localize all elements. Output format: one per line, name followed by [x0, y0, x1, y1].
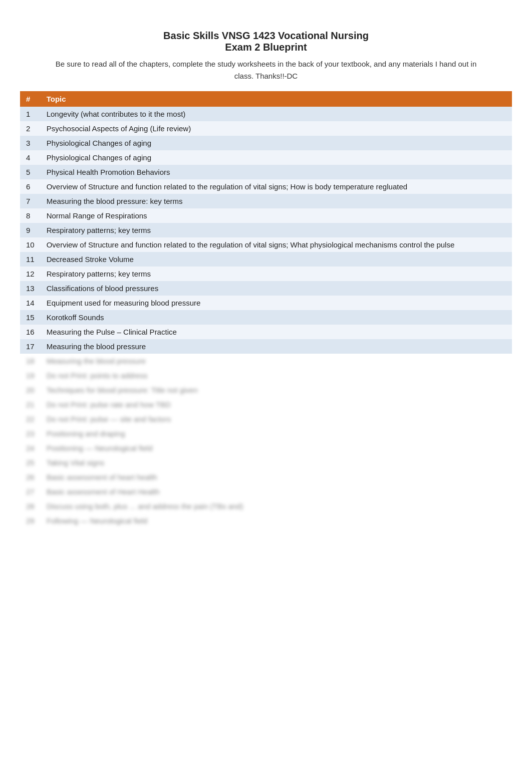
row-topic: Following — Neurological field — [41, 513, 512, 528]
table-header-row: # Topic — [20, 91, 512, 107]
row-num: 4 — [20, 150, 41, 165]
row-num: 3 — [20, 136, 41, 150]
table-row: 15Korotkoff Sounds — [20, 310, 512, 325]
table-row-blurred: 23Positioning and draping — [20, 426, 512, 441]
row-num: 1 — [20, 107, 41, 121]
row-num: 13 — [20, 281, 41, 296]
table-row: 2Psychosocial Aspects of Aging (Life rev… — [20, 121, 512, 136]
row-num: 9 — [20, 223, 41, 237]
table-row: 13Classifications of blood pressures — [20, 281, 512, 296]
table-row-blurred: 24Positioning — Neurological field — [20, 441, 512, 455]
page-subtitle: Be sure to read all of the chapters, com… — [20, 58, 512, 82]
table-row-blurred: 18Measuring the blood pressure — [20, 354, 512, 368]
table-row-blurred: 26Basic assessment of heart health — [20, 470, 512, 484]
row-num: 21 — [20, 397, 41, 412]
row-num: 12 — [20, 267, 41, 281]
row-num: 18 — [20, 354, 41, 368]
row-topic: Decreased Stroke Volume — [41, 252, 512, 267]
row-topic: Normal Range of Respirations — [41, 208, 512, 223]
table-row: 10Overview of Structure and function rel… — [20, 237, 512, 252]
title-line2: Exam 2 Blueprint — [20, 42, 512, 53]
row-num: 5 — [20, 165, 41, 179]
table-row: 5Physical Health Promotion Behaviors — [20, 165, 512, 179]
row-topic: Positioning and draping — [41, 426, 512, 441]
row-topic: Basic assessment of heart health — [41, 470, 512, 484]
row-topic: Korotkoff Sounds — [41, 310, 512, 325]
row-num: 8 — [20, 208, 41, 223]
page-title-block: Basic Skills VNSG 1423 Vocational Nursin… — [20, 30, 512, 53]
table-row: 6Overview of Structure and function rela… — [20, 179, 512, 194]
row-num: 19 — [20, 368, 41, 383]
row-num: 28 — [20, 499, 41, 513]
table-row: 7Measuring the blood pressure: key terms — [20, 194, 512, 208]
table-row-blurred: 20Techniques for blood pressure: Title n… — [20, 383, 512, 397]
row-topic: Techniques for blood pressure: Title not… — [41, 383, 512, 397]
table-row: 16Measuring the Pulse – Clinical Practic… — [20, 325, 512, 339]
row-num: 2 — [20, 121, 41, 136]
row-topic: Discuss using both, plus ... and address… — [41, 499, 512, 513]
row-topic: Overview of Structure and function relat… — [41, 237, 512, 252]
table-row-blurred: 25Taking Vital signs — [20, 455, 512, 470]
row-topic: Do not Print: pulse — site and factors — [41, 412, 512, 426]
table-row: 11Decreased Stroke Volume — [20, 252, 512, 267]
table-body: 1Longevity (what contributes to it the m… — [20, 107, 512, 528]
table-row-blurred: 19Do not Print: points to address — [20, 368, 512, 383]
row-num: 23 — [20, 426, 41, 441]
row-topic: Measuring the blood pressure: key terms — [41, 194, 512, 208]
row-num: 24 — [20, 441, 41, 455]
row-topic: Measuring the blood pressure — [41, 339, 512, 354]
row-num: 6 — [20, 179, 41, 194]
table-row: 3Physiological Changes of aging — [20, 136, 512, 150]
table-row-blurred: 22Do not Print: pulse — site and factors — [20, 412, 512, 426]
row-num: 25 — [20, 455, 41, 470]
table-row: 9Respiratory patterns; key terms — [20, 223, 512, 237]
row-num: 14 — [20, 296, 41, 310]
row-topic: Respiratory patterns; key terms — [41, 223, 512, 237]
row-num: 10 — [20, 237, 41, 252]
table-row-blurred: 21Do not Print: pulse rate and how TBD — [20, 397, 512, 412]
table-row: 14Equipment used for measuring blood pre… — [20, 296, 512, 310]
row-num: 16 — [20, 325, 41, 339]
row-num: 26 — [20, 470, 41, 484]
table-row: 8Normal Range of Respirations — [20, 208, 512, 223]
row-topic: Overview of Structure and function relat… — [41, 179, 512, 194]
table-row: 4Physiological Changes of aging — [20, 150, 512, 165]
row-topic: Longevity (what contributes to it the mo… — [41, 107, 512, 121]
row-topic: Physiological Changes of aging — [41, 136, 512, 150]
table-row: 17Measuring the blood pressure — [20, 339, 512, 354]
blueprint-table: # Topic 1Longevity (what contributes to … — [20, 91, 512, 528]
table-row: 1Longevity (what contributes to it the m… — [20, 107, 512, 121]
table-row-blurred: 29Following — Neurological field — [20, 513, 512, 528]
row-num: 29 — [20, 513, 41, 528]
row-num: 22 — [20, 412, 41, 426]
row-num: 11 — [20, 252, 41, 267]
table-row-blurred: 28Discuss using both, plus ... and addre… — [20, 499, 512, 513]
row-topic: Measuring the blood pressure — [41, 354, 512, 368]
row-topic: Equipment used for measuring blood press… — [41, 296, 512, 310]
table-row-blurred: 27Basic assessment of Heart Health — [20, 484, 512, 499]
row-num: 27 — [20, 484, 41, 499]
row-num: 7 — [20, 194, 41, 208]
row-num: 20 — [20, 383, 41, 397]
col-header-topic: Topic — [41, 91, 512, 107]
row-topic: Basic assessment of Heart Health — [41, 484, 512, 499]
row-topic: Physical Health Promotion Behaviors — [41, 165, 512, 179]
row-topic: Respiratory patterns; key terms — [41, 267, 512, 281]
row-topic: Taking Vital signs — [41, 455, 512, 470]
row-topic: Do not Print: points to address — [41, 368, 512, 383]
row-topic: Do not Print: pulse rate and how TBD — [41, 397, 512, 412]
row-num: 17 — [20, 339, 41, 354]
title-line1: Basic Skills VNSG 1423 Vocational Nursin… — [20, 30, 512, 42]
row-topic: Classifications of blood pressures — [41, 281, 512, 296]
col-header-num: # — [20, 91, 41, 107]
row-topic: Measuring the Pulse – Clinical Practice — [41, 325, 512, 339]
row-topic: Positioning — Neurological field — [41, 441, 512, 455]
table-row: 12Respiratory patterns; key terms — [20, 267, 512, 281]
row-num: 15 — [20, 310, 41, 325]
row-topic: Physiological Changes of aging — [41, 150, 512, 165]
row-topic: Psychosocial Aspects of Aging (Life revi… — [41, 121, 512, 136]
